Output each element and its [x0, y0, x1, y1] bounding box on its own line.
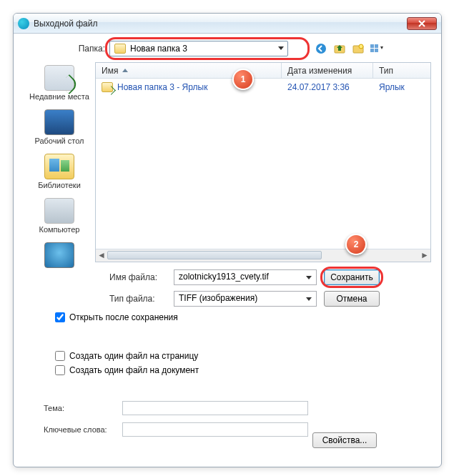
- new-folder-button[interactable]: [351, 41, 365, 56]
- file-list: Имя Дата изменения Тип Новая папка 3 - Я…: [95, 62, 431, 262]
- properties-button[interactable]: Свойства...: [312, 432, 377, 448]
- dialog-body: Папка: Новая папка 3 Недавние места Рабо…: [14, 34, 441, 467]
- scroll-thumb[interactable]: [107, 251, 322, 259]
- one-per-doc-checkbox[interactable]: [55, 365, 65, 375]
- file-name: Новая папка 3 - Ярлык: [117, 82, 207, 92]
- svg-rect-4: [370, 44, 374, 48]
- places-sidebar: Недавние места Рабочий стол Библиотеки К…: [24, 62, 95, 262]
- one-per-page-label: Создать один файл на страницу: [69, 351, 198, 361]
- sidebar-item-computer[interactable]: Компьютер: [24, 198, 95, 234]
- file-rows: Новая папка 3 - Ярлык 24.07.2017 3:36 Яр…: [96, 79, 430, 249]
- svg-point-3: [359, 44, 363, 49]
- extra-options: Создать один файл на страницу Создать од…: [55, 351, 431, 375]
- open-after-checkbox[interactable]: [55, 312, 65, 322]
- libraries-icon: [44, 154, 74, 179]
- column-name[interactable]: Имя: [96, 63, 282, 78]
- theme-label: Тема:: [44, 404, 122, 412]
- back-icon: [315, 43, 327, 54]
- metadata: Тема: Ключевые слова:: [44, 401, 431, 437]
- chevron-down-icon: [306, 276, 312, 279]
- file-date: 24.07.2017 3:36: [282, 82, 373, 92]
- recent-places-icon: [44, 65, 74, 91]
- keywords-input[interactable]: [122, 422, 308, 437]
- horizontal-scrollbar[interactable]: ◄ ►: [96, 249, 430, 262]
- open-after-row: Открыть после сохранения: [55, 312, 431, 322]
- folder-row: Папка: Новая папка 3: [24, 41, 431, 56]
- file-type: Ярлык: [373, 82, 430, 92]
- sidebar-item-desktop[interactable]: Рабочий стол: [24, 109, 95, 145]
- filename-input[interactable]: zolotnicky1913_cvety.tif: [174, 269, 317, 285]
- column-date[interactable]: Дата изменения: [282, 63, 373, 78]
- up-button[interactable]: [332, 41, 347, 56]
- sidebar-item-recent[interactable]: Недавние места: [24, 65, 95, 101]
- svg-point-0: [316, 44, 326, 54]
- svg-rect-5: [375, 44, 378, 48]
- nav-icons: [314, 41, 384, 56]
- open-after-label: Открыть после сохранения: [69, 312, 178, 322]
- keywords-label: Ключевые слова:: [44, 425, 122, 434]
- scroll-right-icon: ►: [419, 249, 430, 261]
- computer-icon: [44, 198, 74, 224]
- chevron-down-icon: [306, 297, 312, 301]
- views-button[interactable]: [370, 41, 384, 56]
- folder-value: Новая папка 3: [130, 44, 187, 54]
- filename-label: Имя файла:: [109, 272, 174, 282]
- back-button[interactable]: [314, 41, 328, 56]
- chevron-down-icon: [278, 46, 284, 50]
- folder-label: Папка:: [74, 44, 109, 54]
- theme-input[interactable]: [122, 401, 308, 415]
- folder-icon: [114, 44, 126, 54]
- dialog-window: Выходной файл Папка: Новая папка 3: [13, 13, 442, 467]
- list-item[interactable]: Новая папка 3 - Ярлык 24.07.2017 3:36 Яр…: [96, 80, 430, 94]
- up-folder-icon: [334, 44, 345, 54]
- filetype-select[interactable]: TIFF (изображения): [174, 291, 317, 307]
- sidebar-item-libraries[interactable]: Библиотеки: [24, 154, 95, 189]
- scroll-left-icon: ◄: [96, 249, 107, 261]
- one-per-doc-label: Создать один файл на документ: [69, 365, 199, 375]
- file-list-header: Имя Дата изменения Тип: [96, 63, 430, 79]
- titlebar: Выходной файл: [14, 14, 441, 34]
- file-fields: Имя файла: zolotnicky1913_cvety.tif Сохр…: [24, 269, 431, 307]
- one-per-page-checkbox[interactable]: [55, 351, 65, 361]
- close-icon: [418, 20, 425, 27]
- folder-combo[interactable]: Новая папка 3: [109, 41, 288, 56]
- shortcut-icon: [102, 82, 113, 92]
- sidebar-item-network[interactable]: [24, 242, 95, 268]
- column-type[interactable]: Тип: [373, 63, 430, 78]
- views-icon: [370, 44, 384, 54]
- new-folder-icon: [352, 44, 364, 54]
- svg-rect-7: [375, 49, 378, 52]
- desktop-icon: [44, 109, 74, 135]
- svg-rect-6: [370, 49, 374, 52]
- save-button[interactable]: Сохранить: [324, 269, 380, 285]
- main-panel: Недавние места Рабочий стол Библиотеки К…: [24, 62, 431, 262]
- window-title: Выходной файл: [34, 19, 407, 29]
- app-icon: [18, 18, 29, 29]
- close-button[interactable]: [407, 17, 437, 30]
- network-icon: [44, 242, 74, 268]
- cancel-button[interactable]: Отмена: [324, 291, 380, 307]
- filetype-label: Тип файла:: [109, 294, 174, 304]
